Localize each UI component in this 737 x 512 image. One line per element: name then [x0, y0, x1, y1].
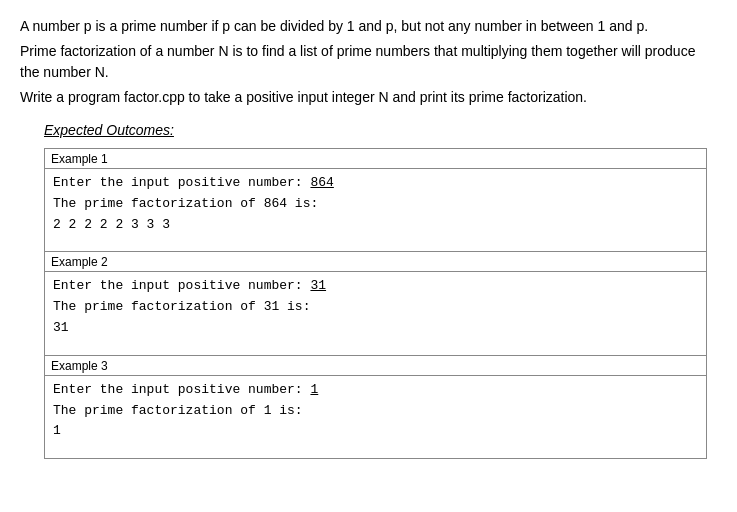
example-box-2: Example 2 Enter the input positive numbe…: [44, 252, 707, 355]
example-3-label: Example 3: [45, 356, 706, 376]
intro-line2: Prime factorization of a number N is to …: [20, 41, 717, 83]
example-1-line1-value: 864: [310, 175, 333, 190]
example-2-line1-value: 31: [310, 278, 326, 293]
example-1-line2: The prime factorization of 864 is:: [53, 196, 318, 211]
example-1-line1-prefix: Enter the input positive number:: [53, 175, 310, 190]
example-3-line2: The prime factorization of 1 is:: [53, 403, 303, 418]
intro-section: A number p is a prime number if p can be…: [20, 16, 717, 108]
section-heading: Expected Outcomes:: [44, 122, 717, 138]
example-1-line3: 2 2 2 2 2 3 3 3: [53, 217, 170, 232]
example-3-content: Enter the input positive number: 1 The p…: [45, 376, 706, 458]
intro-line3: Write a program factor.cpp to take a pos…: [20, 87, 717, 108]
example-2-line1-prefix: Enter the input positive number:: [53, 278, 310, 293]
example-3-line1-prefix: Enter the input positive number:: [53, 382, 310, 397]
example-3-line1-value: 1: [310, 382, 318, 397]
example-3-line3: 1: [53, 423, 61, 438]
example-1-content: Enter the input positive number: 864 The…: [45, 169, 706, 251]
example-2-line2: The prime factorization of 31 is:: [53, 299, 310, 314]
example-2-content: Enter the input positive number: 31 The …: [45, 272, 706, 354]
examples-container: Example 1 Enter the input positive numbe…: [44, 148, 707, 459]
example-2-line3: 31: [53, 320, 69, 335]
example-box-1: Example 1 Enter the input positive numbe…: [44, 148, 707, 252]
example-1-label: Example 1: [45, 149, 706, 169]
example-box-3: Example 3 Enter the input positive numbe…: [44, 356, 707, 459]
intro-line1: A number p is a prime number if p can be…: [20, 16, 717, 37]
example-2-label: Example 2: [45, 252, 706, 272]
